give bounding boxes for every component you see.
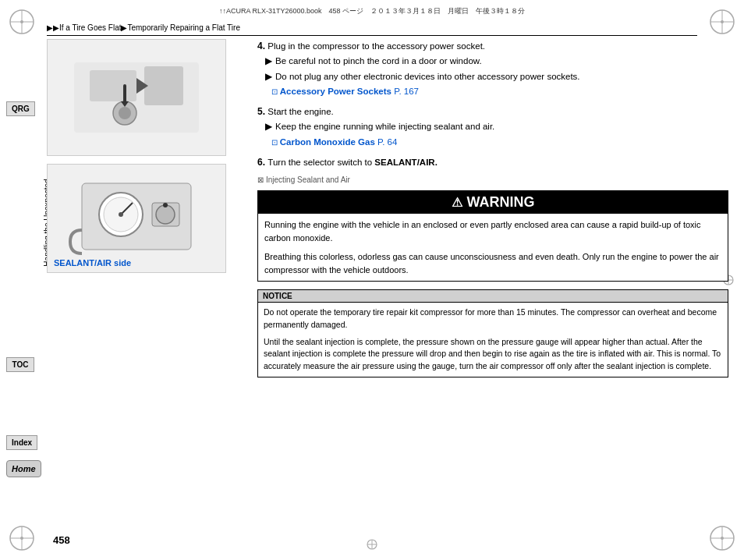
svg-point-37 [163,203,168,207]
toc-button[interactable]: TOC [6,357,34,372]
step-6: 6. Turn the selector switch to SEALANT/A… [257,155,728,169]
step-5-text: Start the engine. [267,107,333,116]
steps-content: 4. Plug in the compressor to the accesso… [257,39,728,169]
notice-body-p1: Do not operate the temporary tire repair… [264,307,722,331]
step-4: 4. Plug in the compressor to the accesso… [257,39,728,98]
home-button[interactable]: Home [6,460,41,477]
svg-point-7 [721,20,724,23]
illustration-bottom: SEALANT/AIR side [47,164,226,273]
step-6-number: 6. [257,157,267,168]
file-info: ↑↑ACURA RLX-31TY26000.book 458 ページ ２０１３年… [47,6,697,16]
step-4-sub1: ▶ Be careful not to pinch the cord in a … [265,55,728,68]
corner-decoration-tr [707,6,738,37]
warning-box: ⚠ WARNING Running the engine with the ve… [257,190,728,282]
warning-triangle-icon: ⚠ [452,195,462,210]
illustration-top [47,39,226,156]
svg-point-36 [156,205,175,224]
qrg-button[interactable]: QRG [6,101,35,116]
svg-point-34 [119,212,123,217]
notice-body: Do not operate the temporary tire repair… [258,303,728,377]
notice-title: NOTICE [258,290,728,303]
warning-title: WARNING [467,194,535,211]
warning-body: Running the engine with the vehicle in a… [258,214,728,281]
svg-point-26 [119,107,131,119]
step-5-sub1: ▶ Keep the engine running while injectin… [265,120,728,133]
step-5-number: 5. [257,106,267,117]
index-button[interactable]: Index [6,435,37,450]
notice-box: NOTICE Do not operate the temporary tire… [257,289,728,377]
svg-rect-24 [144,66,183,105]
warning-body-p2: Breathing this colorless, odorless gas c… [264,250,721,276]
step-4-number: 4. [257,41,267,51]
svg-rect-23 [90,70,136,101]
sidebar: QRG TOC Index Home Handling the Unexpect… [0,0,47,560]
step-5: 5. Start the engine. ▶ Keep the engine r… [257,105,728,149]
step-5-link: ⊡ Carbon Monoxide Gas P. 64 [271,136,728,149]
step-4-text: Plug in the compressor to the accessory … [267,41,485,51]
warning-body-p1: Running the engine with the vehicle in a… [264,218,721,244]
breadcrumb: ▶▶If a Tire Goes Flat▶Temporarily Repair… [47,23,697,36]
injecting-label: ⊠ Injecting Sealant and Air [257,175,728,184]
step-4-link: ⊡ Accessory Power Sockets P. 167 [271,85,728,98]
left-column: SEALANT/AIR side [47,39,250,273]
warning-title-bar: ⚠ WARNING [258,191,728,214]
sealant-air-label: SEALANT/AIR side [54,258,131,268]
notice-body-p2: Until the sealant injection is complete,… [264,336,722,373]
main-content: SEALANT/AIR side 4. Plug in the compress… [47,39,728,544]
step-4-sub2: ▶ Do not plug any other electronic devic… [265,70,728,83]
right-column: 4. Plug in the compressor to the accesso… [257,39,728,377]
